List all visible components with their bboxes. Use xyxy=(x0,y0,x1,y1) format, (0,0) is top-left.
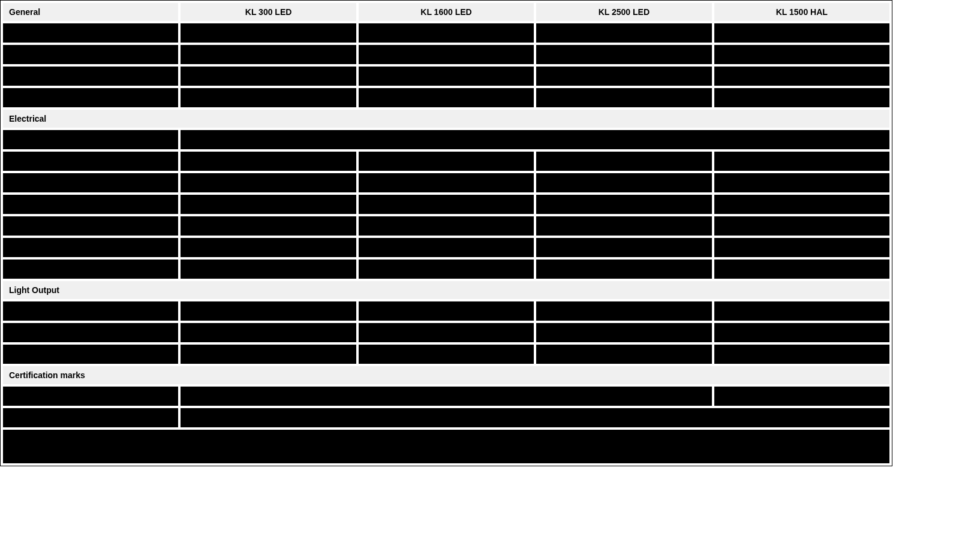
cell xyxy=(3,195,178,214)
column-header: KL 300 LED xyxy=(181,3,356,21)
column-header: KL 1500 HAL xyxy=(714,3,889,21)
cell xyxy=(714,323,889,342)
cell xyxy=(359,45,534,64)
header-row: GeneralKL 300 LEDKL 1600 LEDKL 2500 LEDK… xyxy=(3,3,889,21)
cell xyxy=(181,345,356,364)
table-row xyxy=(3,323,889,342)
cell xyxy=(181,238,356,257)
cell xyxy=(181,260,356,279)
cell xyxy=(714,387,889,406)
table-row xyxy=(3,238,889,257)
cell xyxy=(3,430,889,463)
cell xyxy=(359,67,534,86)
cell xyxy=(181,216,356,236)
cell xyxy=(181,301,356,321)
cell xyxy=(181,23,356,43)
cell xyxy=(536,195,711,214)
cell xyxy=(181,45,356,64)
cell xyxy=(536,45,711,64)
table-row xyxy=(3,301,889,321)
cell xyxy=(3,323,178,342)
table-row xyxy=(3,130,889,149)
cell xyxy=(536,260,711,279)
cell xyxy=(359,345,534,364)
section-title: General xyxy=(3,3,178,21)
cell xyxy=(714,173,889,192)
cell xyxy=(359,23,534,43)
cell xyxy=(714,88,889,107)
cell xyxy=(714,345,889,364)
cell xyxy=(359,323,534,342)
section-title: Certification marks xyxy=(3,366,889,384)
section-title: Light Output xyxy=(3,281,889,299)
cell xyxy=(181,408,889,427)
cell xyxy=(3,260,178,279)
section-row: Electrical xyxy=(3,110,889,128)
section-title: Electrical xyxy=(3,110,889,128)
table-row xyxy=(3,195,889,214)
column-header: KL 2500 LED xyxy=(536,3,711,21)
cell xyxy=(714,152,889,171)
cell xyxy=(3,387,178,406)
cell xyxy=(714,67,889,86)
cell xyxy=(714,260,889,279)
cell xyxy=(359,195,534,214)
table-row xyxy=(3,430,889,463)
cell xyxy=(359,216,534,236)
cell xyxy=(181,130,889,149)
table-row xyxy=(3,345,889,364)
cell xyxy=(536,88,711,107)
cell xyxy=(359,173,534,192)
cell xyxy=(3,130,178,149)
cell xyxy=(536,301,711,321)
cell xyxy=(3,23,178,43)
cell xyxy=(536,23,711,43)
cell xyxy=(3,408,178,427)
cell xyxy=(359,301,534,321)
cell xyxy=(3,216,178,236)
cell xyxy=(181,387,711,406)
cell xyxy=(3,152,178,171)
cell xyxy=(714,216,889,236)
cell xyxy=(181,88,356,107)
cell xyxy=(181,67,356,86)
cell xyxy=(536,216,711,236)
table-row xyxy=(3,387,889,406)
table-row xyxy=(3,260,889,279)
cell xyxy=(359,260,534,279)
cell xyxy=(3,301,178,321)
cell xyxy=(3,88,178,107)
cell xyxy=(714,45,889,64)
column-header: KL 1600 LED xyxy=(359,3,534,21)
cell xyxy=(536,152,711,171)
table-row xyxy=(3,152,889,171)
cell xyxy=(536,238,711,257)
cell xyxy=(536,345,711,364)
cell xyxy=(3,67,178,86)
cell xyxy=(714,238,889,257)
cell xyxy=(714,195,889,214)
cell xyxy=(3,238,178,257)
cell xyxy=(359,238,534,257)
section-row: Certification marks xyxy=(3,366,889,384)
spec-table-container: GeneralKL 300 LEDKL 1600 LEDKL 2500 LEDK… xyxy=(0,0,892,466)
table-row xyxy=(3,408,889,427)
table-row xyxy=(3,88,889,107)
cell xyxy=(714,23,889,43)
table-row xyxy=(3,23,889,43)
cell xyxy=(181,195,356,214)
table-row xyxy=(3,67,889,86)
cell xyxy=(3,173,178,192)
cell xyxy=(536,323,711,342)
cell xyxy=(181,173,356,192)
table-row xyxy=(3,173,889,192)
section-row: Light Output xyxy=(3,281,889,299)
cell xyxy=(714,301,889,321)
cell xyxy=(181,323,356,342)
cell xyxy=(536,67,711,86)
spec-table: GeneralKL 300 LEDKL 1600 LEDKL 2500 LEDK… xyxy=(1,1,892,466)
cell xyxy=(3,345,178,364)
cell xyxy=(536,173,711,192)
cell xyxy=(359,88,534,107)
cell xyxy=(181,152,356,171)
